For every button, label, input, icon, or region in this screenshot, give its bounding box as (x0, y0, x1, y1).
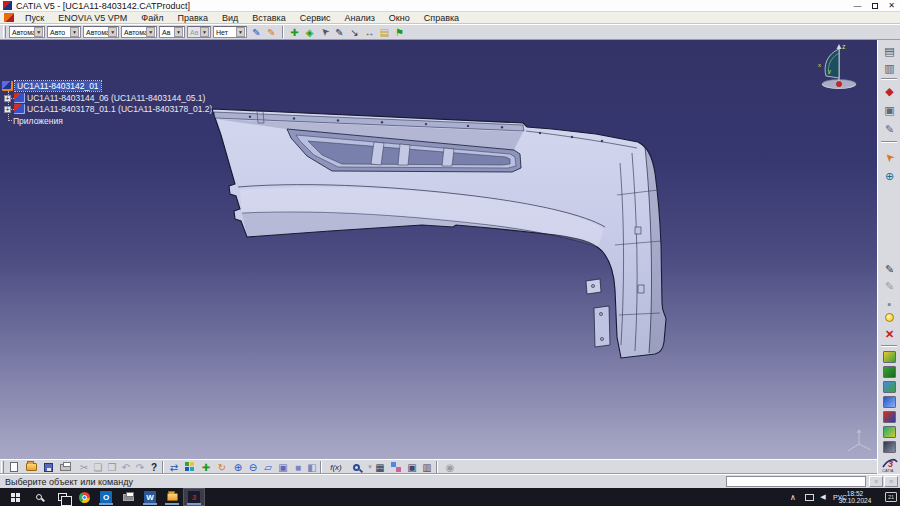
opacity-combo[interactable]: Авто▼ (47, 26, 81, 38)
start-button[interactable] (5, 489, 25, 505)
open-folder-icon[interactable] (23, 460, 39, 474)
quick-views-icon[interactable] (182, 460, 198, 474)
tree-applications-node[interactable]: Приложения (13, 116, 63, 126)
sketch-pencil-icon[interactable]: ✎ (881, 262, 898, 277)
menu-tools[interactable]: Сервис (293, 13, 338, 23)
line-color-combo[interactable]: Автома▼ (83, 26, 119, 38)
save-icon[interactable] (40, 460, 56, 474)
restore-button[interactable] (866, 0, 883, 12)
chevron-down-icon[interactable]: ▼ (146, 27, 155, 37)
line-weight-combo[interactable]: Автома▼ (121, 26, 157, 38)
outlook-button[interactable]: O (96, 489, 116, 505)
new-file-icon[interactable] (6, 460, 22, 474)
explorer-button[interactable] (162, 489, 182, 505)
volume-icon[interactable]: ◀ (817, 489, 829, 505)
grid-icon[interactable] (883, 441, 896, 453)
catalog-icon[interactable]: ▤ (377, 25, 392, 39)
lightbulb-icon[interactable] (881, 310, 898, 325)
command-input[interactable] (726, 476, 866, 487)
chevron-down-icon[interactable]: ▼ (70, 27, 79, 37)
product-node-icon[interactable] (2, 81, 13, 91)
compass-tool-icon[interactable]: ⊕ (881, 169, 898, 184)
capture-box-icon[interactable]: ▣ (404, 460, 420, 474)
menu-edit[interactable]: Правка (170, 13, 214, 23)
toolbar-handle[interactable] (1, 461, 4, 473)
thumbnail-grid-icon[interactable]: ▦ (372, 460, 388, 474)
flag-icon[interactable]: ⚑ (392, 25, 407, 39)
tree-root-node[interactable]: UC1A11-8403142_01 (15, 81, 101, 91)
menu-enovia[interactable]: ENOVIA V5 VPM (51, 13, 134, 23)
zoom-out-icon[interactable]: ⊖ (245, 460, 261, 474)
tools-palette-icon[interactable]: ▣ (881, 103, 898, 118)
tree-child-node[interactable]: UC1A11-8403144_06 (UC1A11-8403144_05.1) (27, 93, 205, 103)
rules-icon[interactable] (883, 366, 896, 378)
task-view-button[interactable] (52, 489, 72, 505)
new-window-icon[interactable]: ▥ (881, 61, 898, 76)
small-dot-icon[interactable]: ▪ (881, 296, 898, 311)
print-icon[interactable] (57, 460, 73, 474)
move-cross-icon[interactable]: ✚ (287, 25, 302, 39)
word-button[interactable]: W (140, 489, 160, 505)
bumper-part-model[interactable] (190, 95, 690, 395)
rotate-icon[interactable]: ↻ (214, 460, 230, 474)
close-button[interactable]: ✕ (883, 0, 900, 12)
chevron-down-icon[interactable]: ▼ (236, 27, 245, 37)
search-button[interactable] (29, 489, 49, 505)
toolbar-handle[interactable] (3, 26, 6, 38)
normal-view-icon[interactable]: ▱ (260, 460, 276, 474)
formula-icon[interactable] (883, 351, 896, 363)
connections-icon[interactable] (388, 460, 404, 474)
chrome-button[interactable] (74, 489, 94, 505)
network-icon[interactable] (802, 489, 816, 505)
notification-center-icon[interactable]: 21 (885, 492, 897, 502)
tile-window-icon[interactable]: ▤ (881, 44, 898, 59)
view-compass[interactable]: z x y (813, 40, 865, 94)
menu-view[interactable]: Вид (215, 13, 245, 23)
probe-icon[interactable]: ✎ (332, 25, 347, 39)
fill-color-combo[interactable]: Автома▼ (9, 26, 45, 38)
measure-tools-icon[interactable]: ✎ (881, 122, 898, 137)
status-button-2[interactable]: ≡ (884, 476, 898, 487)
camera-icon[interactable]: ◉ (442, 460, 458, 474)
fit-all-icon[interactable]: ✚ (198, 460, 214, 474)
wizard-icon[interactable]: ✎ (264, 25, 279, 39)
catia-taskbar-button[interactable]: 3 (184, 489, 204, 505)
menu-insert[interactable]: Вставка (245, 13, 292, 23)
pointer-arrow-icon[interactable]: ↘ (347, 25, 362, 39)
start-menu-icon[interactable] (4, 13, 14, 22)
help-pointer-icon[interactable]: ? (146, 460, 162, 474)
menu-window[interactable]: Окно (382, 13, 417, 23)
part-node-icon[interactable] (14, 93, 25, 103)
edges-view-icon[interactable]: ◧ (304, 460, 320, 474)
check-icon[interactable] (883, 381, 896, 393)
select-arrow-icon[interactable]: ➤ (878, 146, 900, 169)
expand-icon[interactable]: + (4, 95, 11, 102)
product-structure-icon[interactable]: ◆ (881, 84, 898, 99)
menu-analyze[interactable]: Анализ (337, 13, 381, 23)
menu-start[interactable]: Пуск (18, 13, 51, 23)
tray-chevron-icon[interactable]: ∧ (786, 489, 800, 505)
delete-x-icon[interactable]: ✕ (881, 327, 898, 342)
chevron-down-icon[interactable]: ▼ (108, 27, 117, 37)
minimize-button[interactable]: — (849, 0, 866, 12)
zoom-in-icon[interactable]: ⊕ (230, 460, 246, 474)
menu-file[interactable]: Файл (134, 13, 170, 23)
viewport-3d[interactable]: UC1A11-8403142_01 + UC1A11-8403144_06 (U… (0, 40, 877, 459)
expand-icon[interactable]: + (4, 106, 11, 113)
fx-icon[interactable]: f(x) (325, 460, 347, 474)
menu-help[interactable]: Справка (417, 13, 466, 23)
clock[interactable]: 18:52 30.10.2024 (832, 490, 878, 504)
fly-mode-icon[interactable]: ⇄ (166, 460, 182, 474)
part-node-icon[interactable] (14, 104, 25, 114)
tree-child-node[interactable]: UC1A11-8403178_01.1 (UC1A11-8403178_01.2… (27, 104, 212, 114)
iso-view-icon[interactable]: ▣ (275, 460, 291, 474)
status-button-1[interactable]: ≡ (869, 476, 883, 487)
line-type-combo[interactable]: Ав▼ (159, 26, 185, 38)
chevron-down-icon[interactable]: ▼ (34, 27, 43, 37)
split-view-icon[interactable]: ▥ (419, 460, 435, 474)
layer-combo[interactable]: Нет▼ (213, 26, 247, 38)
axis-line-icon[interactable]: ↔ (362, 25, 377, 39)
painter-icon[interactable]: ✎ (249, 25, 264, 39)
catalog-browser-icon[interactable] (883, 426, 896, 438)
reaction-icon[interactable] (883, 396, 896, 408)
